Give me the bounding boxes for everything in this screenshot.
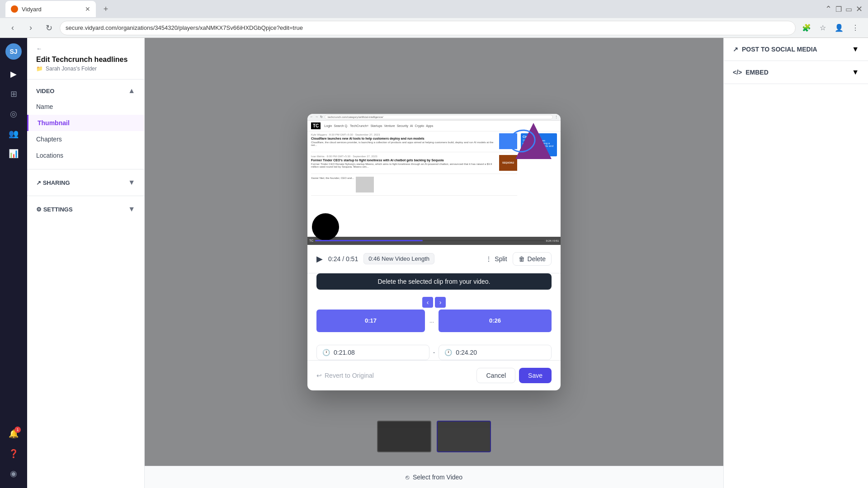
- article-thumb-2: SEQUOIA2: [499, 155, 517, 171]
- embed-icon: </>: [733, 69, 742, 76]
- menu-button[interactable]: ⋮: [848, 21, 863, 35]
- back-nav-button[interactable]: ‹: [5, 21, 20, 35]
- notification-badge: 1: [14, 427, 21, 433]
- maximize-button[interactable]: ▭: [845, 5, 852, 14]
- dialog-footer: ↩ Revert to Original Cancel Save: [307, 360, 561, 390]
- video-area: ←→↻ techcrunch.com/category/artificial-i…: [145, 38, 723, 466]
- users-icon: 👥: [9, 129, 19, 139]
- sharing-section-header[interactable]: ↗ SHARING ▼: [27, 175, 144, 190]
- share-social-icon: ↗: [733, 46, 738, 53]
- clip-separator[interactable]: ...: [425, 318, 439, 324]
- browser-toolbar: ‹ › ↻ secure.vidyard.com/organizations/3…: [0, 18, 868, 38]
- nav-item-name[interactable]: Name: [27, 99, 144, 115]
- bookmark-button[interactable]: ☆: [816, 21, 830, 35]
- address-bar[interactable]: secure.vidyard.com/organizations/3454320…: [60, 21, 796, 35]
- trash-icon: 🗑: [519, 255, 525, 263]
- nav-divider-2: [27, 196, 144, 196]
- cancel-button[interactable]: Cancel: [476, 368, 515, 383]
- extensions-button[interactable]: 🧩: [799, 21, 814, 35]
- sidebar-item-analytics[interactable]: ◎: [5, 105, 23, 123]
- revert-button[interactable]: ↩ Revert to Original: [316, 372, 374, 379]
- nav-header: ← Edit Techcrunch headlines 📁 Sarah Jona…: [27, 38, 144, 80]
- video-icon: ▶: [10, 69, 17, 79]
- analytics-icon: ◎: [10, 109, 17, 119]
- browser-titlebar: Vidyard ✕ + ⌃ ❐ ▭ ✕: [0, 0, 868, 18]
- sidebar-item-help[interactable]: ❓: [5, 445, 23, 463]
- select-from-video-button[interactable]: ⎋ Select from Video: [406, 474, 462, 481]
- window-controls: ⌃ ❐ ▭ ✕: [825, 4, 863, 14]
- tab-close-icon[interactable]: ✕: [85, 5, 90, 13]
- sidebar-item-users[interactable]: 👥: [5, 125, 23, 143]
- controls-row: ▶ 0:24 / 0:51 0:46 New Video Length ⋮ Sp…: [316, 252, 552, 266]
- chevron-down-icon-social: ▼: [852, 45, 859, 53]
- close-button[interactable]: ✕: [856, 4, 863, 14]
- tab-title: Vidyard: [22, 6, 81, 13]
- back-button[interactable]: ←: [36, 45, 135, 52]
- delete-button[interactable]: 🗑 Delete: [513, 252, 552, 266]
- article-item-2: Ivan Mehta · 8:00 PM GMT+5:30 · Septembe…: [311, 155, 517, 174]
- webpage-simulation: ←→↻ techcrunch.com/category/artificial-i…: [307, 114, 561, 245]
- right-panel: ↗ POST TO SOCIAL MEDIA ▼ </> EMBED ▼: [723, 38, 868, 488]
- timeline-prev-button[interactable]: ‹: [422, 297, 433, 308]
- reports-icon: 📊: [9, 149, 19, 159]
- sharing-toggle[interactable]: ▼: [128, 178, 135, 187]
- right-panel-embed-section: </> EMBED ▼: [724, 61, 868, 84]
- clock-icon-end: 🕐: [444, 349, 452, 356]
- profile-icon: ◉: [10, 469, 17, 479]
- minimize-button[interactable]: ⌃: [825, 4, 832, 14]
- embed-section-title: </> EMBED: [733, 69, 769, 76]
- sidebar-item-notifications[interactable]: 🔔 1: [5, 425, 23, 443]
- grid-icon: ⊞: [10, 89, 17, 99]
- nav-item-locations[interactable]: Locations: [27, 147, 144, 164]
- bottom-area: ⎋ Select from Video: [145, 466, 723, 488]
- dialog-controls: ▶ 0:24 / 0:51 0:46 New Video Length ⋮ Sp…: [307, 245, 561, 273]
- clip-right[interactable]: 0:26: [439, 310, 552, 332]
- right-panel-social-section: ↗ POST TO SOCIAL MEDIA ▼: [724, 38, 868, 61]
- timeline-next-button[interactable]: ›: [435, 297, 446, 308]
- sidebar-item-profile[interactable]: ◉: [5, 465, 23, 483]
- restore-button[interactable]: ❐: [835, 5, 842, 14]
- split-button[interactable]: ⋮ Split: [486, 255, 507, 263]
- end-time-input[interactable]: 🕐 0:24.20: [439, 345, 552, 360]
- settings-section-title: ⚙ SETTINGS: [36, 206, 73, 213]
- folder-icon: 📁: [36, 66, 43, 72]
- browser-tab[interactable]: Vidyard ✕: [5, 1, 96, 17]
- settings-toggle[interactable]: ▼: [128, 205, 135, 213]
- settings-section-header[interactable]: ⚙ SETTINGS ▼: [27, 202, 144, 217]
- sidebar-item-reports[interactable]: 📊: [5, 145, 23, 163]
- right-panel-social-header[interactable]: ↗ POST TO SOCIAL MEDIA ▼: [724, 38, 868, 61]
- sidebar-item-video[interactable]: ▶: [5, 65, 23, 83]
- article-item: Kyle Wiggers · 8:30 PM GMT+5:30 · Septem…: [311, 133, 517, 152]
- chevron-down-icon-embed: ▼: [852, 68, 859, 76]
- save-button[interactable]: Save: [519, 368, 552, 383]
- account-button[interactable]: 👤: [832, 21, 846, 35]
- nav-item-chapters[interactable]: Chapters: [27, 131, 144, 147]
- article-item-3: Xavier Niel, the founder, CEO and...: [311, 177, 517, 196]
- dialog-video-preview: ←→↻ techcrunch.com/category/artificial-i…: [307, 114, 561, 245]
- select-video-icon: ⎋: [406, 474, 409, 481]
- play-button[interactable]: ▶: [316, 254, 323, 264]
- nav-item-thumbnail[interactable]: Thumbnail: [27, 115, 144, 131]
- video-section-header[interactable]: VIDEO ▲: [27, 83, 144, 99]
- delete-tooltip: Delete the selected clip from your video…: [316, 273, 552, 290]
- new-video-length-badge: 0:46 New Video Length: [363, 253, 434, 264]
- new-tab-button[interactable]: +: [99, 3, 112, 15]
- start-time-input[interactable]: 🕐 0:21.08: [316, 345, 429, 360]
- tc-logo: TC: [311, 122, 321, 129]
- split-icon: ⋮: [486, 255, 492, 263]
- time-display: 0:24 / 0:51: [328, 255, 358, 263]
- page-title: Edit Techcrunch headlines: [36, 56, 135, 64]
- timeline-controls: ‹ ›: [316, 297, 552, 308]
- forward-nav-button[interactable]: ›: [24, 21, 38, 35]
- sidebar-item-grid[interactable]: ⊞: [5, 85, 23, 103]
- reload-button[interactable]: ↻: [42, 21, 56, 35]
- article-thumb-3: [356, 177, 374, 192]
- avatar[interactable]: SJ: [5, 43, 22, 60]
- time-inputs: 🕐 0:21.08 - 🕐 0:24.20: [307, 345, 561, 360]
- right-panel-embed-header[interactable]: </> EMBED ▼: [724, 61, 868, 84]
- video-section-toggle[interactable]: ▲: [128, 87, 135, 95]
- sharing-section-title: ↗ SHARING: [36, 179, 70, 186]
- timeline-area: ‹ › 0:17 ... 0:26: [307, 293, 561, 339]
- app-layout: SJ ▶ ⊞ ◎ 👥 📊 🔔 1 ❓ ◉ ←: [0, 38, 868, 488]
- clip-left[interactable]: 0:17: [316, 310, 425, 332]
